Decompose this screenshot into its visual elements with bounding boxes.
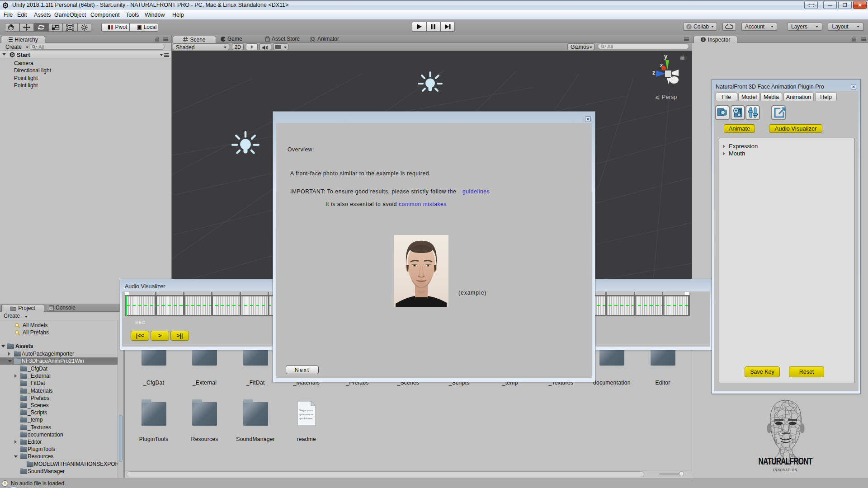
svg-text:quisquam est: quisquam est: [299, 413, 314, 416]
svg-text:NATURALFRONT: NATURALFRONT: [759, 455, 813, 467]
svg-text:qui dolorem.: qui dolorem.: [299, 417, 313, 420]
svg-text:y: y: [664, 53, 668, 60]
svg-text:INNOVATION: INNOVATION: [773, 468, 797, 472]
svg-text:Neque porro: Neque porro: [299, 409, 313, 412]
svg-text:⩽ Persp: ⩽ Persp: [655, 94, 677, 100]
svg-text:z: z: [652, 69, 656, 76]
